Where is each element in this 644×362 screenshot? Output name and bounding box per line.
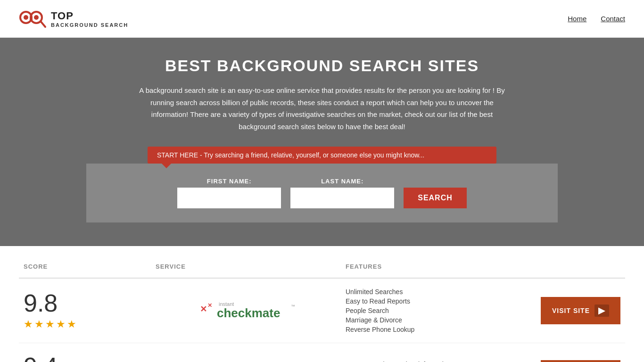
peoplelooker-logo: People Looker bbox=[199, 360, 303, 362]
svg-text:✕: ✕ bbox=[207, 302, 212, 309]
star-4: ★ bbox=[56, 318, 66, 330]
score-col-1: 9.8 ★ ★ ★ ★ ★ bbox=[24, 291, 156, 330]
search-form-container: FIRST NAME: LAST NAME: SEARCH bbox=[86, 164, 558, 222]
service-logo-col-2: People Looker bbox=[156, 360, 346, 362]
hero-title: BEST BACKGROUND SEARCH SITES bbox=[9, 57, 635, 75]
table-row: 9.4 ★ ★ ★ ★ ★ People Looker Accurate and… bbox=[19, 343, 625, 362]
svg-point-5 bbox=[34, 15, 39, 20]
svg-point-4 bbox=[24, 15, 28, 20]
feature-1-1: Unlimited Searches bbox=[346, 288, 536, 296]
score-col-2: 9.4 ★ ★ ★ ★ ★ bbox=[24, 354, 156, 362]
svg-text:™: ™ bbox=[291, 304, 295, 309]
first-name-label: FIRST NAME: bbox=[177, 178, 281, 185]
star-2: ★ bbox=[34, 318, 44, 330]
col-action bbox=[536, 263, 620, 270]
col-service: SERVICE bbox=[156, 263, 346, 270]
last-name-label: LAST NAME: bbox=[290, 178, 394, 185]
main-nav: Home Contact bbox=[568, 15, 625, 23]
star-3: ★ bbox=[45, 318, 55, 330]
checkmate-svg: ✕ ✕ instant checkmate ™ bbox=[199, 296, 303, 325]
logo-top-text: TOP bbox=[51, 10, 128, 22]
stars-1: ★ ★ ★ ★ ★ bbox=[24, 318, 76, 330]
visit-col-1: VISIT SITE ▶ bbox=[536, 297, 620, 324]
last-name-input[interactable] bbox=[290, 188, 394, 208]
svg-line-3 bbox=[41, 21, 45, 27]
star-5: ★ bbox=[67, 318, 76, 330]
svg-text:checkmate: checkmate bbox=[217, 306, 280, 320]
visit-col-2: VISIT SITE ▶ bbox=[536, 360, 620, 362]
first-name-group: FIRST NAME: bbox=[177, 178, 281, 208]
first-name-input[interactable] bbox=[177, 188, 281, 208]
checkmate-logo: ✕ ✕ instant checkmate ™ bbox=[199, 296, 303, 325]
header: TOP BACKGROUND SEARCH Home Contact bbox=[0, 0, 644, 38]
feature-1-2: Easy to Read Reports bbox=[346, 297, 536, 305]
nav-contact[interactable]: Contact bbox=[601, 15, 625, 23]
visit-arrow-1: ▶ bbox=[594, 304, 609, 317]
nav-home[interactable]: Home bbox=[568, 15, 586, 23]
hero-section: BEST BACKGROUND SEARCH SITES A backgroun… bbox=[0, 38, 644, 246]
table-row: 9.8 ★ ★ ★ ★ ★ ✕ ✕ in bbox=[19, 279, 625, 343]
features-col-2: Accurate and up-to-date information Unli… bbox=[346, 361, 536, 362]
feature-2-1: Accurate and up-to-date information bbox=[346, 361, 536, 362]
last-name-group: LAST NAME: bbox=[290, 178, 394, 208]
peoplelooker-svg: People Looker bbox=[199, 360, 303, 362]
search-banner: START HERE - Try searching a friend, rel… bbox=[148, 147, 496, 164]
svg-text:✕: ✕ bbox=[200, 304, 207, 314]
service-logo-col-1: ✕ ✕ instant checkmate ™ bbox=[156, 296, 346, 325]
logo: TOP BACKGROUND SEARCH bbox=[19, 7, 128, 31]
results-table: SCORE SERVICE FEATURES 9.8 ★ ★ ★ ★ ★ bbox=[0, 255, 644, 362]
score-number-1: 9.8 bbox=[24, 291, 58, 315]
star-1: ★ bbox=[24, 318, 33, 330]
logo-text: TOP BACKGROUND SEARCH bbox=[51, 10, 128, 28]
visit-button-2[interactable]: VISIT SITE ▶ bbox=[541, 360, 620, 362]
table-header: SCORE SERVICE FEATURES bbox=[19, 255, 625, 279]
hero-description: A background search site is an easy-to-u… bbox=[133, 84, 511, 132]
search-form: FIRST NAME: LAST NAME: SEARCH bbox=[96, 178, 548, 208]
features-col-1: Unlimited Searches Easy to Read Reports … bbox=[346, 288, 536, 333]
feature-1-5: Reverse Phone Lookup bbox=[346, 326, 536, 333]
col-features: FEATURES bbox=[346, 263, 536, 270]
logo-icon bbox=[19, 7, 47, 31]
feature-1-3: People Search bbox=[346, 307, 536, 314]
logo-sub-text: BACKGROUND SEARCH bbox=[51, 22, 128, 28]
col-score: SCORE bbox=[24, 263, 156, 270]
search-button[interactable]: SEARCH bbox=[404, 188, 467, 208]
visit-button-1[interactable]: VISIT SITE ▶ bbox=[541, 297, 620, 324]
feature-1-4: Marriage & Divorce bbox=[346, 316, 536, 324]
score-number-2: 9.4 bbox=[24, 354, 58, 362]
